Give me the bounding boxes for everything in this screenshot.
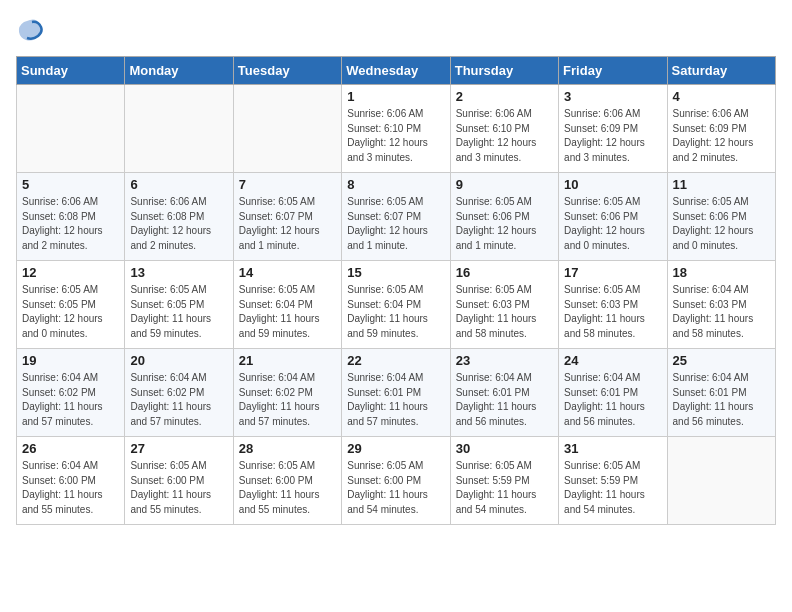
weekday-header: Friday bbox=[559, 57, 667, 85]
day-info: Sunrise: 6:05 AM Sunset: 6:00 PM Dayligh… bbox=[239, 459, 336, 517]
calendar-week-row: 26Sunrise: 6:04 AM Sunset: 6:00 PM Dayli… bbox=[17, 437, 776, 525]
calendar-cell bbox=[667, 437, 775, 525]
page-header bbox=[16, 16, 776, 44]
calendar-cell: 14Sunrise: 6:05 AM Sunset: 6:04 PM Dayli… bbox=[233, 261, 341, 349]
day-info: Sunrise: 6:04 AM Sunset: 6:01 PM Dayligh… bbox=[456, 371, 553, 429]
calendar-cell: 10Sunrise: 6:05 AM Sunset: 6:06 PM Dayli… bbox=[559, 173, 667, 261]
day-info: Sunrise: 6:04 AM Sunset: 6:01 PM Dayligh… bbox=[564, 371, 661, 429]
day-number: 3 bbox=[564, 89, 661, 104]
weekday-header: Saturday bbox=[667, 57, 775, 85]
calendar-cell: 13Sunrise: 6:05 AM Sunset: 6:05 PM Dayli… bbox=[125, 261, 233, 349]
day-info: Sunrise: 6:05 AM Sunset: 6:04 PM Dayligh… bbox=[239, 283, 336, 341]
day-number: 29 bbox=[347, 441, 444, 456]
day-info: Sunrise: 6:04 AM Sunset: 6:03 PM Dayligh… bbox=[673, 283, 770, 341]
calendar-cell: 31Sunrise: 6:05 AM Sunset: 5:59 PM Dayli… bbox=[559, 437, 667, 525]
calendar-cell: 26Sunrise: 6:04 AM Sunset: 6:00 PM Dayli… bbox=[17, 437, 125, 525]
calendar-cell: 8Sunrise: 6:05 AM Sunset: 6:07 PM Daylig… bbox=[342, 173, 450, 261]
day-info: Sunrise: 6:05 AM Sunset: 6:04 PM Dayligh… bbox=[347, 283, 444, 341]
calendar-cell: 24Sunrise: 6:04 AM Sunset: 6:01 PM Dayli… bbox=[559, 349, 667, 437]
calendar-cell: 30Sunrise: 6:05 AM Sunset: 5:59 PM Dayli… bbox=[450, 437, 558, 525]
calendar-cell bbox=[233, 85, 341, 173]
day-number: 10 bbox=[564, 177, 661, 192]
calendar-week-row: 12Sunrise: 6:05 AM Sunset: 6:05 PM Dayli… bbox=[17, 261, 776, 349]
day-number: 13 bbox=[130, 265, 227, 280]
day-number: 23 bbox=[456, 353, 553, 368]
day-number: 2 bbox=[456, 89, 553, 104]
day-info: Sunrise: 6:05 AM Sunset: 5:59 PM Dayligh… bbox=[456, 459, 553, 517]
day-number: 24 bbox=[564, 353, 661, 368]
day-number: 18 bbox=[673, 265, 770, 280]
calendar-cell: 17Sunrise: 6:05 AM Sunset: 6:03 PM Dayli… bbox=[559, 261, 667, 349]
calendar-cell: 9Sunrise: 6:05 AM Sunset: 6:06 PM Daylig… bbox=[450, 173, 558, 261]
calendar-cell: 7Sunrise: 6:05 AM Sunset: 6:07 PM Daylig… bbox=[233, 173, 341, 261]
calendar-cell: 27Sunrise: 6:05 AM Sunset: 6:00 PM Dayli… bbox=[125, 437, 233, 525]
logo bbox=[16, 16, 50, 44]
calendar-cell: 15Sunrise: 6:05 AM Sunset: 6:04 PM Dayli… bbox=[342, 261, 450, 349]
day-number: 19 bbox=[22, 353, 119, 368]
day-number: 4 bbox=[673, 89, 770, 104]
day-info: Sunrise: 6:04 AM Sunset: 6:02 PM Dayligh… bbox=[22, 371, 119, 429]
calendar-cell: 11Sunrise: 6:05 AM Sunset: 6:06 PM Dayli… bbox=[667, 173, 775, 261]
calendar-header-row: SundayMondayTuesdayWednesdayThursdayFrid… bbox=[17, 57, 776, 85]
day-number: 12 bbox=[22, 265, 119, 280]
calendar-cell: 29Sunrise: 6:05 AM Sunset: 6:00 PM Dayli… bbox=[342, 437, 450, 525]
day-info: Sunrise: 6:06 AM Sunset: 6:09 PM Dayligh… bbox=[673, 107, 770, 165]
day-info: Sunrise: 6:04 AM Sunset: 6:00 PM Dayligh… bbox=[22, 459, 119, 517]
day-info: Sunrise: 6:05 AM Sunset: 6:00 PM Dayligh… bbox=[347, 459, 444, 517]
calendar-week-row: 5Sunrise: 6:06 AM Sunset: 6:08 PM Daylig… bbox=[17, 173, 776, 261]
day-number: 17 bbox=[564, 265, 661, 280]
day-info: Sunrise: 6:05 AM Sunset: 6:06 PM Dayligh… bbox=[673, 195, 770, 253]
day-info: Sunrise: 6:04 AM Sunset: 6:02 PM Dayligh… bbox=[239, 371, 336, 429]
day-number: 15 bbox=[347, 265, 444, 280]
calendar-cell: 23Sunrise: 6:04 AM Sunset: 6:01 PM Dayli… bbox=[450, 349, 558, 437]
day-info: Sunrise: 6:05 AM Sunset: 6:03 PM Dayligh… bbox=[564, 283, 661, 341]
day-info: Sunrise: 6:04 AM Sunset: 6:01 PM Dayligh… bbox=[347, 371, 444, 429]
logo-icon bbox=[16, 16, 44, 44]
day-number: 22 bbox=[347, 353, 444, 368]
day-number: 11 bbox=[673, 177, 770, 192]
day-info: Sunrise: 6:06 AM Sunset: 6:09 PM Dayligh… bbox=[564, 107, 661, 165]
calendar-cell bbox=[125, 85, 233, 173]
calendar-cell: 3Sunrise: 6:06 AM Sunset: 6:09 PM Daylig… bbox=[559, 85, 667, 173]
day-number: 26 bbox=[22, 441, 119, 456]
day-number: 30 bbox=[456, 441, 553, 456]
day-info: Sunrise: 6:06 AM Sunset: 6:08 PM Dayligh… bbox=[22, 195, 119, 253]
calendar-cell: 21Sunrise: 6:04 AM Sunset: 6:02 PM Dayli… bbox=[233, 349, 341, 437]
calendar-cell: 25Sunrise: 6:04 AM Sunset: 6:01 PM Dayli… bbox=[667, 349, 775, 437]
day-number: 25 bbox=[673, 353, 770, 368]
day-number: 14 bbox=[239, 265, 336, 280]
day-info: Sunrise: 6:06 AM Sunset: 6:10 PM Dayligh… bbox=[347, 107, 444, 165]
day-info: Sunrise: 6:05 AM Sunset: 6:03 PM Dayligh… bbox=[456, 283, 553, 341]
calendar-cell: 2Sunrise: 6:06 AM Sunset: 6:10 PM Daylig… bbox=[450, 85, 558, 173]
day-number: 28 bbox=[239, 441, 336, 456]
calendar-cell bbox=[17, 85, 125, 173]
day-number: 9 bbox=[456, 177, 553, 192]
calendar-week-row: 19Sunrise: 6:04 AM Sunset: 6:02 PM Dayli… bbox=[17, 349, 776, 437]
calendar-body: 1Sunrise: 6:06 AM Sunset: 6:10 PM Daylig… bbox=[17, 85, 776, 525]
day-number: 7 bbox=[239, 177, 336, 192]
day-info: Sunrise: 6:04 AM Sunset: 6:01 PM Dayligh… bbox=[673, 371, 770, 429]
calendar-cell: 20Sunrise: 6:04 AM Sunset: 6:02 PM Dayli… bbox=[125, 349, 233, 437]
weekday-header: Thursday bbox=[450, 57, 558, 85]
calendar-cell: 22Sunrise: 6:04 AM Sunset: 6:01 PM Dayli… bbox=[342, 349, 450, 437]
day-number: 27 bbox=[130, 441, 227, 456]
calendar-cell: 18Sunrise: 6:04 AM Sunset: 6:03 PM Dayli… bbox=[667, 261, 775, 349]
weekday-header: Wednesday bbox=[342, 57, 450, 85]
day-info: Sunrise: 6:05 AM Sunset: 6:07 PM Dayligh… bbox=[239, 195, 336, 253]
calendar-cell: 1Sunrise: 6:06 AM Sunset: 6:10 PM Daylig… bbox=[342, 85, 450, 173]
calendar-cell: 19Sunrise: 6:04 AM Sunset: 6:02 PM Dayli… bbox=[17, 349, 125, 437]
calendar-table: SundayMondayTuesdayWednesdayThursdayFrid… bbox=[16, 56, 776, 525]
day-info: Sunrise: 6:05 AM Sunset: 6:00 PM Dayligh… bbox=[130, 459, 227, 517]
calendar-cell: 4Sunrise: 6:06 AM Sunset: 6:09 PM Daylig… bbox=[667, 85, 775, 173]
day-info: Sunrise: 6:06 AM Sunset: 6:08 PM Dayligh… bbox=[130, 195, 227, 253]
calendar-cell: 5Sunrise: 6:06 AM Sunset: 6:08 PM Daylig… bbox=[17, 173, 125, 261]
day-number: 6 bbox=[130, 177, 227, 192]
day-info: Sunrise: 6:05 AM Sunset: 5:59 PM Dayligh… bbox=[564, 459, 661, 517]
weekday-header: Sunday bbox=[17, 57, 125, 85]
calendar-cell: 16Sunrise: 6:05 AM Sunset: 6:03 PM Dayli… bbox=[450, 261, 558, 349]
calendar-cell: 12Sunrise: 6:05 AM Sunset: 6:05 PM Dayli… bbox=[17, 261, 125, 349]
day-info: Sunrise: 6:06 AM Sunset: 6:10 PM Dayligh… bbox=[456, 107, 553, 165]
day-info: Sunrise: 6:04 AM Sunset: 6:02 PM Dayligh… bbox=[130, 371, 227, 429]
day-info: Sunrise: 6:05 AM Sunset: 6:05 PM Dayligh… bbox=[130, 283, 227, 341]
weekday-header: Tuesday bbox=[233, 57, 341, 85]
